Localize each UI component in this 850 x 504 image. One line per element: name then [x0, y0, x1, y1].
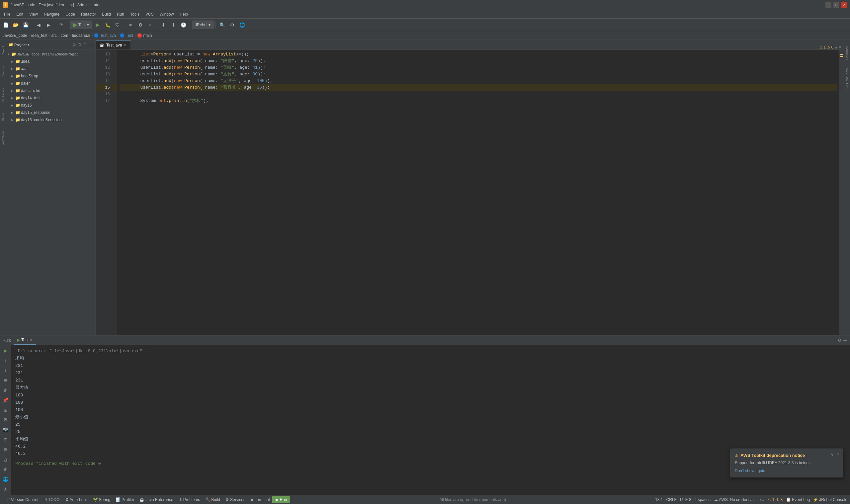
save-button[interactable]: 💾	[21, 21, 30, 29]
code-editor[interactable]: 10 11 12 13 14 15 16 17	[96, 50, 844, 335]
breadcrumb-com[interactable]: com	[61, 33, 68, 38]
scroll-down-button[interactable]: ↓	[1, 366, 10, 375]
activity-bookmarks[interactable]: Bookmarks	[0, 82, 6, 108]
tree-root[interactable]: ▼ 📁 JavaSE_code [stream] E:\IdeaProject	[6, 51, 95, 58]
clear-output-button[interactable]: 🗑	[1, 386, 10, 394]
status-encoding[interactable]: UTF-8	[680, 497, 691, 502]
notification-link[interactable]: Don't show again	[735, 468, 839, 473]
status-java-enterprise[interactable]: ☕ Java Enterprise	[137, 497, 176, 502]
vcs-history-button[interactable]: 🕐	[179, 21, 187, 29]
sync-button[interactable]: ⟳	[57, 21, 66, 29]
stop-run-button[interactable]: ■	[1, 376, 10, 384]
settings-run-button[interactable]: ⚙	[1, 416, 10, 424]
camera-button[interactable]: 📷	[1, 425, 10, 434]
activity-project[interactable]: Project	[0, 40, 6, 60]
tree-daier[interactable]: ▶ 📁 daier	[6, 80, 95, 87]
tree-day15response[interactable]: ▶ 📁 day15_response	[6, 109, 95, 116]
settings-button[interactable]: ⚙	[228, 21, 236, 29]
tab-close-icon[interactable]: ✕	[124, 43, 127, 47]
sidebar-sort-icon[interactable]: ⇅	[78, 42, 82, 47]
sidebar-collapse-icon[interactable]: —	[89, 42, 93, 47]
run-tab-close[interactable]: ✕	[30, 338, 33, 342]
new-file-button[interactable]: 📄	[1, 21, 10, 29]
run-button[interactable]: ▶	[93, 21, 102, 29]
project-dropdown[interactable]: 📁 Project ▾	[8, 42, 30, 47]
run-config-dropdown[interactable]: ▶ Test ▾	[70, 21, 92, 29]
vcs-update-button[interactable]: ⬇	[159, 21, 168, 29]
run-settings-icon[interactable]: ⚙	[838, 338, 842, 343]
menu-item-run[interactable]: Run	[114, 11, 127, 17]
status-event-log[interactable]: 📋 Event Log	[786, 497, 810, 502]
breadcrumb-method[interactable]: 🔴 main	[137, 33, 152, 38]
breadcrumb-package[interactable]: liudashuai	[72, 33, 90, 38]
activity-aws[interactable]: AWS Toolkit	[0, 126, 6, 149]
check-button[interactable]: ✓	[146, 21, 155, 29]
status-auto-build[interactable]: ⚙ Auto-build	[62, 497, 90, 502]
status-aws[interactable]: ☁ AWS: No credentials se...	[714, 497, 764, 502]
status-indent[interactable]: 4 spaces	[694, 497, 710, 502]
status-jrebel-console[interactable]: ⚡ JRebel Console	[813, 497, 847, 502]
status-spring[interactable]: 🌱 Spring	[90, 497, 113, 502]
tree-daolianzhe[interactable]: ▶ 📁 daolianzhe	[6, 87, 95, 94]
back-button[interactable]: ◀	[34, 21, 43, 29]
notification-close-icon[interactable]: ✕	[836, 452, 840, 457]
activity-jrebel[interactable]: JRebel	[0, 109, 6, 126]
menu-item-view[interactable]: View	[26, 11, 40, 17]
status-todo[interactable]: ☑ TODO	[41, 497, 62, 502]
status-services[interactable]: ⚙ Services	[223, 497, 248, 502]
open-button[interactable]: 📂	[11, 21, 20, 29]
console-output[interactable]: "D:\1program file\Java\jdk1.8.0_231\bin\…	[11, 345, 850, 495]
stop-button[interactable]: ■	[126, 21, 135, 29]
breadcrumb-project[interactable]: JavaSE_code	[3, 33, 27, 38]
menu-item-window[interactable]: Window	[157, 11, 177, 17]
scroll-up-button[interactable]: ↑	[1, 356, 10, 365]
tree-idea[interactable]: ▶ 📁 .idea	[6, 58, 95, 65]
gear-run-button[interactable]: ⚙	[1, 445, 10, 454]
breadcrumb-class[interactable]: 🔵 Test	[120, 33, 133, 38]
code-content[interactable]: List<Person> userList = new ArrayList<>(…	[117, 50, 839, 335]
status-version-control[interactable]: ⎇ Version Control	[3, 497, 41, 502]
database-tab[interactable]: Database	[845, 41, 849, 65]
maximize-button[interactable]: □	[833, 2, 839, 8]
tab-test-java[interactable]: ☕ Test.java ✕	[96, 40, 131, 50]
tree-bootstrap[interactable]: ▶ 📁 bootStrap	[6, 72, 95, 80]
notification-expand-icon[interactable]: ∨	[831, 452, 834, 457]
build-button[interactable]: ⚙	[136, 21, 145, 29]
status-build[interactable]: 🔨 Build	[202, 497, 223, 502]
expand-editor-icon[interactable]: ∧	[835, 45, 837, 50]
status-profiler[interactable]: 📊 Profiler	[113, 497, 137, 502]
run-panel-close-icon[interactable]: —	[843, 338, 847, 343]
collapse-editor-icon[interactable]: ∨	[839, 45, 842, 50]
rerun-button[interactable]: ▶	[1, 346, 10, 355]
debug-button[interactable]: 🐛	[103, 21, 112, 29]
menu-item-tools[interactable]: Tools	[127, 11, 142, 17]
status-line-ending[interactable]: CRLF	[666, 497, 677, 502]
search-everywhere-button[interactable]: 🔍	[218, 21, 227, 29]
status-run-active[interactable]: ▶ Run	[272, 496, 290, 503]
menu-item-edit[interactable]: Edit	[14, 11, 26, 17]
tree-day14[interactable]: ▶ 📁 day14_test	[6, 94, 95, 102]
minimize-button[interactable]: —	[826, 2, 831, 8]
menu-item-file[interactable]: File	[1, 11, 13, 17]
close-button[interactable]: ✕	[842, 2, 847, 8]
menu-item-navigate[interactable]: Navigate	[41, 11, 62, 17]
menu-item-code[interactable]: Code	[63, 11, 78, 17]
print-button[interactable]: 🖨	[1, 455, 10, 464]
scrollbar-right[interactable]	[839, 50, 844, 335]
filter-button[interactable]: ⊞	[1, 406, 10, 414]
status-terminal[interactable]: ▶ Terminal	[248, 497, 272, 502]
sidebar-settings-icon[interactable]: ⚙	[72, 42, 76, 47]
sidebar-expand-icon[interactable]: ⊞	[83, 42, 87, 47]
menu-item-help[interactable]: Help	[177, 11, 191, 17]
menu-item-refactor[interactable]: Refactor	[78, 11, 98, 17]
translate-button[interactable]: 🌐	[238, 21, 246, 29]
expand-run-button[interactable]: ⊡	[1, 435, 10, 444]
vcs-commit-button[interactable]: ⬆	[169, 21, 178, 29]
tree-day15[interactable]: ▶ 📁 day15	[6, 102, 95, 109]
trash-button[interactable]: 🗑	[1, 465, 10, 474]
menu-item-build[interactable]: Build	[99, 11, 113, 17]
run-tab-test[interactable]: ▶ Test ✕	[14, 336, 36, 345]
coverage-button[interactable]: 🛡	[113, 21, 122, 29]
tree-day16[interactable]: ▶ 📁 day16_cookie&cession	[6, 116, 95, 124]
forward-button[interactable]: ▶	[44, 21, 53, 29]
